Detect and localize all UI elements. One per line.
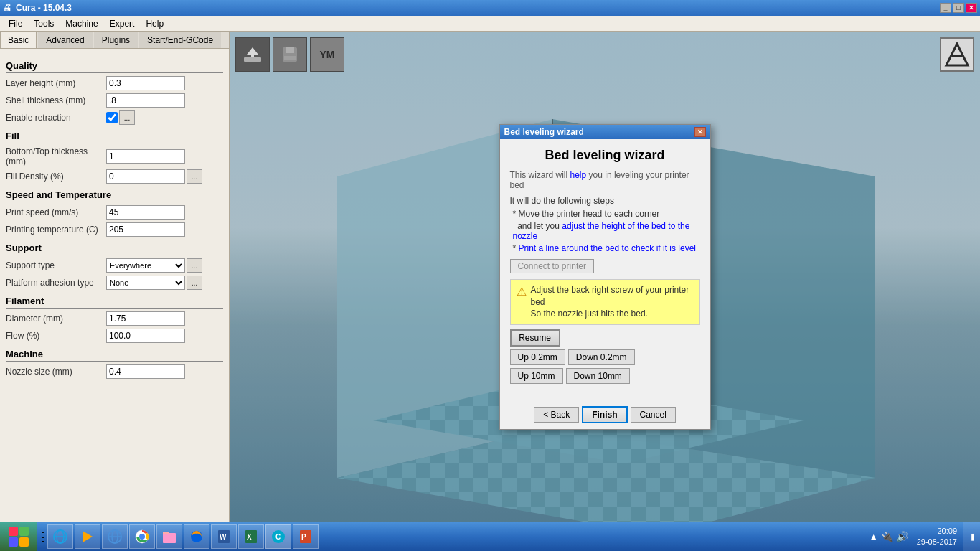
back-btn[interactable]: < Back	[534, 407, 579, 423]
label-layer-height: Layer height (mm)	[6, 78, 106, 88]
titlebar: 🖨 Cura - 15.04.3 _ □ ✕	[0, 0, 980, 16]
volume-icon[interactable]: 🔊	[896, 531, 908, 542]
row-shell-thickness: Shell thickness (mm)	[6, 93, 223, 108]
main-area: Basic Advanced Plugins Start/End-GCode Q…	[0, 32, 980, 522]
left-panel: Basic Advanced Plugins Start/End-GCode Q…	[0, 32, 230, 522]
menu-machine[interactable]: Machine	[60, 17, 103, 30]
clock-date: 29-08-2017	[917, 537, 957, 547]
taskbar-clock[interactable]: 20:09 29-08-2017	[911, 526, 963, 548]
row-retraction: Enable retraction ...	[6, 110, 223, 125]
row-print-speed: Print speed (mm/s)	[6, 205, 223, 220]
taskbar-media[interactable]	[75, 524, 100, 549]
label-diameter: Diameter (mm)	[6, 314, 106, 324]
input-fill-density[interactable]	[106, 169, 185, 184]
menu-file[interactable]: File	[3, 17, 28, 30]
close-btn[interactable]: ✕	[966, 3, 977, 13]
dialog-titlebar: Bed leveling wizard ✕	[500, 125, 710, 139]
warning-box: ⚠ Adjust the back right screw of your pr…	[510, 279, 700, 325]
input-print-temp[interactable]	[106, 222, 185, 237]
check-retraction[interactable]	[106, 112, 118, 123]
connect-btn-row: Connect to printer	[510, 259, 700, 273]
subtitle-text: This wizard will help you in leveling yo…	[510, 170, 689, 190]
dialog-subtitle: This wizard will help you in leveling yo…	[510, 170, 700, 190]
adhesion-dots-btn[interactable]: ...	[187, 276, 202, 290]
svg-text:W: W	[220, 533, 227, 541]
resume-btn-row: Resume	[510, 329, 700, 347]
label-bottom-top: Bottom/Top thickness (mm)	[6, 146, 106, 166]
label-nozzle-size: Nozzle size (mm)	[6, 367, 106, 377]
section-quality: Quality	[6, 60, 223, 73]
dialog-bullet-3: * Print a line around the bed to check i…	[513, 243, 700, 253]
label-fill-density: Fill Density (%)	[6, 171, 106, 182]
maximize-btn[interactable]: □	[953, 3, 964, 13]
select-support-type[interactable]: None Everywhere Touching buildplate	[106, 258, 185, 273]
label-shell-thickness: Shell thickness (mm)	[6, 95, 106, 105]
cancel-btn[interactable]: Cancel	[631, 407, 676, 423]
tab-advanced[interactable]: Advanced	[38, 32, 92, 48]
tab-basic[interactable]: Basic	[0, 32, 37, 48]
up-down-02-row: Up 0.2mm Down 0.2mm	[510, 349, 700, 365]
tab-plugins[interactable]: Plugins	[94, 32, 138, 48]
taskbar-excel[interactable]: X	[238, 524, 264, 549]
app-icon: 🖨	[3, 3, 11, 13]
input-print-speed[interactable]	[106, 205, 185, 220]
dialog-main-title: Bed leveling wizard	[510, 148, 700, 163]
tab-startend[interactable]: Start/End-GCode	[139, 32, 221, 48]
warning-icon: ⚠	[517, 285, 527, 298]
warning-text: Adjust the back right screw of your prin…	[531, 284, 694, 320]
dialog-footer: < Back Finish Cancel	[500, 400, 710, 429]
retraction-dots-btn[interactable]: ...	[119, 110, 135, 125]
svg-rect-31	[163, 532, 169, 534]
up-10-btn[interactable]: Up 10mm	[510, 368, 563, 384]
settings-panel: Quality Layer height (mm) Shell thicknes…	[0, 49, 229, 522]
taskbar-cura[interactable]: C	[265, 524, 291, 549]
row-diameter: Diameter (mm)	[6, 311, 223, 326]
taskbar-ie[interactable]	[47, 524, 73, 549]
chevron-icon[interactable]: ▲	[870, 532, 878, 542]
dialog-bullet-1: * Move the printer head to each corner	[513, 209, 700, 219]
taskbar-globe[interactable]	[102, 524, 128, 549]
svg-rect-18	[9, 537, 18, 547]
taskbar-explorer[interactable]	[156, 524, 182, 549]
finish-btn[interactable]: Finish	[582, 406, 627, 423]
input-nozzle-size[interactable]	[106, 364, 185, 379]
input-shell-thickness[interactable]	[106, 93, 185, 108]
connect-to-printer-btn[interactable]: Connect to printer	[510, 259, 594, 273]
svg-rect-19	[19, 537, 29, 547]
taskbar-word[interactable]: W	[211, 524, 237, 549]
minimize-btn[interactable]: _	[940, 3, 951, 13]
down-10-btn[interactable]: Down 10mm	[566, 368, 630, 384]
dialog-close-btn[interactable]: ✕	[694, 127, 706, 137]
menu-help[interactable]: Help	[140, 17, 169, 30]
taskbar-chrome[interactable]	[129, 524, 155, 549]
row-print-temp: Printing temperature (C)	[6, 222, 223, 237]
up-02-btn[interactable]: Up 0.2mm	[510, 349, 565, 365]
row-support-type: Support type None Everywhere Touching bu…	[6, 258, 223, 273]
select-platform-adhesion[interactable]: None Brim Raft	[106, 276, 185, 290]
row-flow: Flow (%)	[6, 329, 223, 343]
svg-rect-17	[19, 527, 29, 536]
section-speed-temp: Speed and Temperature	[6, 189, 223, 202]
section-machine: Machine	[6, 349, 223, 362]
taskbar-ppt[interactable]: P	[293, 524, 319, 549]
input-bottom-top[interactable]	[106, 149, 185, 164]
menu-tools[interactable]: Tools	[28, 17, 60, 30]
dialog-title: Bed leveling wizard	[504, 127, 584, 137]
label-print-temp: Printing temperature (C)	[6, 225, 106, 235]
input-diameter[interactable]	[106, 311, 185, 326]
input-layer-height[interactable]	[106, 76, 185, 90]
start-button[interactable]	[0, 522, 37, 551]
clock-time: 20:09	[917, 526, 957, 537]
show-desktop-btn[interactable]: ▐	[963, 522, 980, 551]
section-filament: Filament	[6, 296, 223, 309]
systray: ▲ 🔌 🔊	[867, 531, 911, 542]
down-02-btn[interactable]: Down 0.2mm	[568, 349, 635, 365]
resume-btn[interactable]: Resume	[510, 329, 560, 347]
support-dots-btn[interactable]: ...	[187, 258, 202, 273]
taskbar-firefox[interactable]	[184, 524, 209, 549]
up-down-10-row: Up 10mm Down 10mm	[510, 368, 700, 384]
row-layer-height: Layer height (mm)	[6, 76, 223, 90]
input-flow[interactable]	[106, 329, 185, 343]
fill-density-dots-btn[interactable]: ...	[187, 169, 202, 184]
menu-expert[interactable]: Expert	[104, 17, 141, 30]
